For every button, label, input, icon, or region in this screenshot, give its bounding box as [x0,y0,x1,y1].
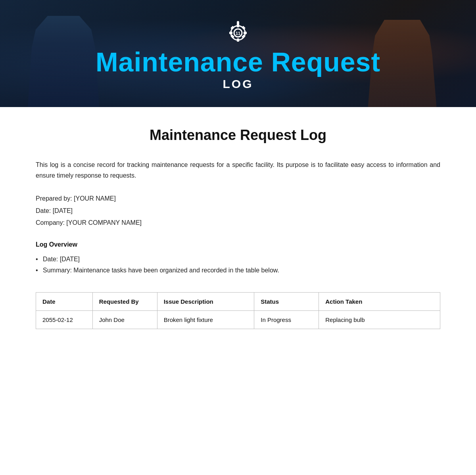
svg-rect-7 [242,26,246,30]
log-overview-title: Log Overview [36,241,440,248]
col-header-date: Date [36,293,93,311]
date-line: Date: [DATE] [36,205,440,217]
list-item: Summary: Maintenance tasks have been org… [36,265,440,276]
description-text: This log is a concise record for trackin… [36,159,440,181]
cell-issue-description: Broken light fixture [157,311,254,329]
col-header-status: Status [254,293,319,311]
table-header-row: Date Requested By Issue Description Stat… [36,293,440,311]
svg-text:11: 11 [236,31,240,36]
svg-rect-4 [229,32,232,34]
svg-rect-6 [230,26,234,30]
cell-date: 2055-02-12 [36,311,93,329]
cell-action-taken: Replacing bulb [319,311,440,329]
svg-rect-5 [244,32,247,34]
col-header-issue: Issue Description [157,293,254,311]
main-content: Maintenance Request Log This log is a co… [0,107,476,353]
svg-rect-11 [237,21,239,26]
company-line: Company: [YOUR COMPANY NAME] [36,217,440,229]
col-header-action: Action Taken [319,293,440,311]
header-content: 11 Maintenance Request LOG [0,0,476,107]
list-item: Date: [DATE] [36,254,440,265]
header-title-main: Maintenance Request [96,47,380,77]
table-row: 2055-02-12 John Doe Broken light fixture… [36,311,440,329]
gear-wrench-icon: 11 [226,20,250,44]
col-header-requested-by: Requested By [92,293,157,311]
svg-rect-3 [237,38,239,42]
header-banner: 11 Maintenance Request LOG [0,0,476,107]
log-table: Date Requested By Issue Description Stat… [36,292,440,329]
prepared-by-line: Prepared by: [YOUR NAME] [36,193,440,205]
overview-list: Date: [DATE] Summary: Maintenance tasks … [36,254,440,277]
page-title: Maintenance Request Log [36,127,440,144]
meta-info: Prepared by: [YOUR NAME] Date: [DATE] Co… [36,193,440,229]
cell-requested-by: John Doe [92,311,157,329]
header-title-sub: LOG [223,77,253,91]
cell-status: In Progress [254,311,319,329]
